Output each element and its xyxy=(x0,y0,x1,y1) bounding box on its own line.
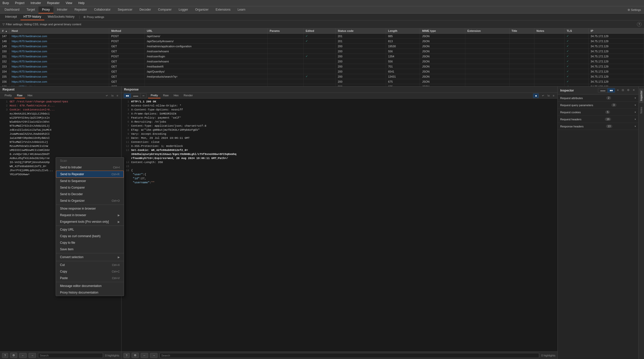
tab-learn[interactable]: Learn xyxy=(234,6,249,13)
insp-view-1[interactable]: ▬▬ xyxy=(598,88,608,93)
resp-fmt-3[interactable]: ▪▪ xyxy=(140,94,146,98)
col-host[interactable]: Host xyxy=(10,28,109,34)
req-menu-icon[interactable]: ≡ xyxy=(116,94,119,98)
resp-tab-raw[interactable]: Raw xyxy=(160,93,171,98)
col-mime[interactable]: MIME type xyxy=(420,28,465,34)
req-line-2: 2Host: 670.fwebtraincse.c... xyxy=(0,104,121,108)
inspector-row-attrs[interactable]: Request attributes 2 ▾ xyxy=(558,95,638,101)
inspector-row-resph[interactable]: Response headers 13 ▾ xyxy=(558,123,638,130)
resp-nl-icon[interactable]: \n xyxy=(546,94,551,98)
menu-view[interactable]: View xyxy=(65,1,73,6)
req-settings-btn[interactable]: ⚙ xyxy=(10,353,17,358)
tab-intruder[interactable]: Intruder xyxy=(53,6,71,13)
resp-prev-btn[interactable]: ← xyxy=(141,353,148,358)
subtab-websockets-history[interactable]: WebSockets history xyxy=(45,14,78,20)
insp-settings-icon[interactable]: ⚙ xyxy=(626,88,631,93)
right-tab-inspector[interactable]: Inspector xyxy=(639,88,643,103)
proxy-settings-button[interactable]: ⚙ Proxy settings xyxy=(81,14,106,20)
req-nl-icon[interactable]: \n xyxy=(110,94,114,98)
resp-wrap-icon[interactable]: ↵ xyxy=(541,94,545,98)
resp-tab-pretty[interactable]: Pretty xyxy=(148,93,160,98)
request-content: 1GET /rest/user/change-pa&repeat=pas 2Ho… xyxy=(0,99,121,351)
req-tab-hex[interactable]: Hex xyxy=(25,93,35,98)
menu-burp[interactable]: Burp xyxy=(2,1,10,6)
col-edited[interactable]: Edited xyxy=(304,28,336,34)
resp-tab-hex[interactable]: Hex xyxy=(171,93,181,98)
tab-decoder[interactable]: Decoder xyxy=(136,6,154,13)
resp-menu-icon[interactable]: ≡ xyxy=(552,94,555,98)
insp-view-2[interactable]: ■■ xyxy=(608,88,615,93)
table-cell xyxy=(534,44,565,49)
tab-organizer[interactable]: Organizer xyxy=(192,6,212,13)
inspector-label-resph: Response headers xyxy=(560,125,583,128)
col-title[interactable]: Title xyxy=(509,28,534,34)
help-button[interactable]: ? xyxy=(637,22,641,27)
subtab-intercept[interactable]: Intercept xyxy=(2,14,20,20)
table-cell xyxy=(534,34,565,39)
filter-text[interactable]: ▽ Filter settings: Hiding CSS, image and… xyxy=(3,23,81,26)
response-search-input[interactable] xyxy=(159,353,539,358)
tab-repeater[interactable]: Repeater xyxy=(71,6,90,13)
insp-format-icon[interactable]: ≡ xyxy=(616,88,620,93)
tab-comparer[interactable]: Comparer xyxy=(154,6,175,13)
req-help-btn[interactable]: ? xyxy=(2,353,8,358)
col-length[interactable]: Length xyxy=(386,28,420,34)
tab-sequencer[interactable]: Sequencer xyxy=(114,6,136,13)
col-notes[interactable]: Notes xyxy=(534,28,565,34)
subtab-http-history[interactable]: HTTP history xyxy=(21,14,44,20)
right-side-tabs: Inspector Notes xyxy=(638,86,644,359)
req-wrap-icon[interactable]: ↵ xyxy=(105,94,109,98)
table-cell: JSON xyxy=(420,69,465,74)
col-ip[interactable]: IP xyxy=(589,28,644,34)
tab-proxy[interactable]: Proxy xyxy=(38,6,53,13)
req-tab-raw[interactable]: Raw xyxy=(14,93,25,98)
tab-collaborator[interactable]: Collaborator xyxy=(91,6,114,13)
tab-dashboard[interactable]: Dashboard xyxy=(1,6,23,13)
table-cell xyxy=(268,54,304,59)
col-params[interactable]: Params xyxy=(268,28,304,34)
col-tls[interactable]: TLS xyxy=(565,28,589,34)
table-cell: POST xyxy=(109,34,145,39)
req-tab-pretty[interactable]: Pretty xyxy=(2,93,14,98)
col-url[interactable]: URL xyxy=(145,28,267,34)
resp-fmt-2[interactable]: ▬▬ xyxy=(131,94,140,98)
table-cell: /api/Users/ xyxy=(145,34,267,39)
resp-fmt-1[interactable]: ■■ xyxy=(124,94,131,98)
table-cell: 200 xyxy=(336,54,386,59)
table-cell: 885 xyxy=(386,34,420,39)
right-tab-notes[interactable]: Notes xyxy=(639,105,643,116)
tab-extensions[interactable]: Extensions xyxy=(212,6,234,13)
inspector-row-qp[interactable]: Request query parameters 3 ▾ xyxy=(558,102,638,108)
settings-button[interactable]: ⚙ Settings xyxy=(626,7,643,13)
inspector-row-reqh[interactable]: Request headers 16 ▾ xyxy=(558,116,638,123)
table-cell xyxy=(509,64,534,69)
table-cell: ✓ xyxy=(565,39,589,44)
tab-divider: | xyxy=(79,15,80,19)
insp-split-icon[interactable]: ⊟ xyxy=(621,88,625,93)
resp-next-btn[interactable]: → xyxy=(150,353,157,358)
inspector-header: Inspector ▬▬ ■■ ≡ ⊟ ⚙ ✕ xyxy=(558,86,638,95)
resp-settings-btn[interactable]: ⚙ xyxy=(132,353,139,358)
col-id[interactable]: # ▲ xyxy=(0,28,10,34)
menu-project[interactable]: Project xyxy=(14,1,25,6)
menu-help[interactable]: Help xyxy=(77,1,86,6)
table-cell: ✓ xyxy=(565,69,589,74)
menu-intruder[interactable]: Intruder xyxy=(30,1,42,6)
tab-target[interactable]: Target xyxy=(23,6,38,13)
col-method[interactable]: Method xyxy=(109,28,145,34)
req-next-btn[interactable]: → xyxy=(29,353,36,358)
insp-close-icon[interactable]: ✕ xyxy=(632,88,636,93)
response-content: 1HTTP/1.1 200 OK 2Access-Control-Allow-O… xyxy=(122,99,557,351)
req-prev-btn[interactable]: ← xyxy=(19,353,27,358)
req-line-9: JsaWMvaWlhZ2VL3VwbG9hZCI xyxy=(0,132,121,136)
col-extension[interactable]: Extension xyxy=(465,28,509,34)
resp-help-btn[interactable]: ? xyxy=(124,353,130,358)
tab-logger[interactable]: Logger xyxy=(175,6,192,13)
resp-tab-render[interactable]: Render xyxy=(181,93,195,98)
col-status[interactable]: Status code xyxy=(336,28,386,34)
resp-view-1[interactable]: ■ xyxy=(533,94,539,98)
menu-repeater[interactable]: Repeater xyxy=(46,1,61,6)
req-line-4: eyJ0eXAiOiJKV1QiLCJhbGci xyxy=(0,112,121,116)
inspector-row-cookies[interactable]: Request cookies 5 ▾ xyxy=(558,109,638,116)
request-search-input[interactable] xyxy=(38,353,103,358)
